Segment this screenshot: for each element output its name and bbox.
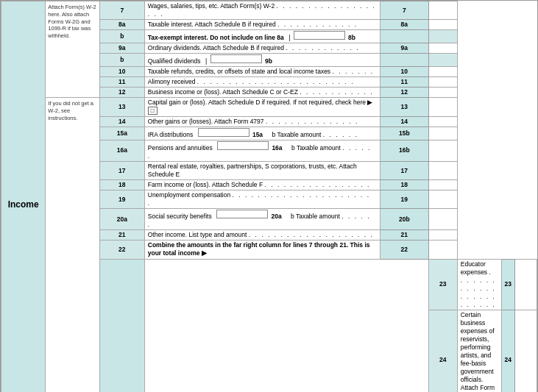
line-11-value[interactable] (428, 77, 457, 88)
line-num-20a: 20a (99, 209, 144, 230)
line-21-desc: Other income. List type and amount . . .… (144, 230, 380, 240)
line-9b-desc: Qualified dividends | 9b (144, 54, 380, 67)
line-15b-value[interactable] (428, 126, 457, 140)
line-9b-ref (380, 54, 428, 67)
line-num-17: 17 (99, 162, 144, 180)
line-8b-input[interactable] (294, 31, 345, 40)
line-20b-value[interactable] (428, 209, 457, 230)
line-9b-value (428, 54, 457, 67)
line-22-desc: Combine the amounts in the far right col… (144, 240, 380, 259)
line-17-value[interactable] (428, 162, 457, 180)
line-14-value[interactable] (428, 116, 457, 126)
line-8a-desc: Taxable interest. Attach Schedule B if r… (144, 20, 380, 30)
line-13-value[interactable] (428, 98, 457, 116)
line-7-desc: Wages, salaries, tips, etc. Attach Form(… (144, 1, 380, 20)
line-12-ref: 12 (380, 88, 428, 98)
line-num-19: 19 (99, 190, 144, 209)
line-15b-ref: 15b (380, 126, 428, 140)
line-num-7: 7 (99, 1, 144, 20)
line-8b-desc: Tax-exempt interest. Do not include on l… (144, 30, 380, 43)
line-10-desc: Taxable refunds, credits, or offsets of … (144, 67, 380, 77)
line-num-10: 10 (99, 67, 144, 77)
adjusted-section-header: Adjusted Gross Income (99, 259, 144, 392)
line-23-ref: 23 (501, 259, 514, 310)
line-num-12: 12 (99, 88, 144, 98)
line-16b-ref: 16b (380, 140, 428, 161)
line-19-value[interactable] (428, 190, 457, 209)
line-17-ref: 17 (380, 162, 428, 180)
line-9b-input[interactable] (210, 54, 262, 63)
line-9a-value[interactable] (428, 43, 457, 54)
line-12-value[interactable] (428, 88, 457, 98)
line-num-8a: 8a (99, 20, 144, 30)
line-11-ref: 11 (380, 77, 428, 88)
line-16a-input[interactable] (217, 141, 269, 150)
line-21-ref: 21 (380, 230, 428, 240)
line-18-ref: 18 (380, 180, 428, 190)
line-15a-input[interactable] (198, 128, 249, 137)
line-13-ref: 13 (380, 98, 428, 116)
line-15a-desc: IRA distributions 15a b Taxable amount .… (144, 126, 380, 140)
line-num-9b: b (99, 54, 144, 67)
line-num-24: 24 (428, 310, 457, 392)
line-21-value[interactable] (428, 230, 457, 240)
line-num-14: 14 (99, 116, 144, 126)
line-num-11: 11 (99, 77, 144, 88)
line-23-desc: Educator expenses . . . . . . . . . . . … (457, 259, 501, 310)
line-22-value[interactable] (428, 240, 457, 259)
line-16a-desc: Pensions and annuities 16a b Taxable amo… (144, 140, 380, 161)
line-18-value[interactable] (428, 180, 457, 190)
line-9a-desc: Ordinary dividends. Attach Schedule B if… (144, 43, 380, 54)
line-11-desc: Alimony received . . . . . . . . . . . .… (144, 77, 380, 88)
line-20a-desc: Social security benefits 20a b Taxable a… (144, 209, 380, 230)
tax-form-page: Income Attach Form(s) W-2 here. Also att… (0, 0, 538, 392)
side-note-w2-2: If you did not get a W-2, see instructio… (46, 98, 100, 392)
line-8b-ref (380, 30, 428, 43)
line-23-value[interactable] (514, 259, 537, 310)
line-16b-value[interactable] (428, 140, 457, 161)
line-7-ref: 7 (380, 1, 428, 20)
line-14-ref: 14 (380, 116, 428, 126)
line-num-15a: 15a (99, 126, 144, 140)
income-label: Income (4, 199, 43, 211)
line-num-13: 13 (99, 98, 144, 116)
line-19-desc: Unemployment compensation . . . . . . . … (144, 190, 380, 209)
line-17-desc: Rental real estate, royalties, partnersh… (144, 162, 380, 180)
line-24-ref: 24 (501, 310, 514, 392)
income-section-header: Income (1, 1, 46, 393)
line-19-ref: 19 (380, 190, 428, 209)
line-24-value[interactable] (514, 310, 537, 392)
line-num-18: 18 (99, 180, 144, 190)
line-10-ref: 10 (380, 67, 428, 77)
line-num-21: 21 (99, 230, 144, 240)
side-note-w2: Attach Form(s) W-2 here. Also attach For… (46, 1, 100, 98)
line-20b-ref: 20b (380, 209, 428, 230)
line-10-value[interactable] (428, 67, 457, 77)
line-7-value[interactable] (428, 1, 457, 20)
line-18-desc: Farm income or (loss). Attach Schedule F… (144, 180, 380, 190)
line-20a-input[interactable] (216, 210, 268, 218)
line-8a-value[interactable] (428, 20, 457, 30)
line-22-ref: 22 (380, 240, 428, 259)
line-num-16a: 16a (99, 140, 144, 161)
line-24-desc: Certain business expenses of reservists,… (457, 310, 501, 392)
line-num-9a: 9a (99, 43, 144, 54)
line-13-desc: Capital gain or (loss). Attach Schedule … (144, 98, 380, 116)
line-num-22: 22 (99, 240, 144, 259)
line-14-desc: Other gains or (losses). Attach Form 479… (144, 116, 380, 126)
line-8b-value (428, 30, 457, 43)
line-8a-ref: 8a (380, 20, 428, 30)
line-9a-ref: 9a (380, 43, 428, 54)
line-num-23: 23 (428, 259, 457, 310)
line-12-desc: Business income or (loss). Attach Schedu… (144, 88, 380, 98)
line-num-8b: b (99, 30, 144, 43)
